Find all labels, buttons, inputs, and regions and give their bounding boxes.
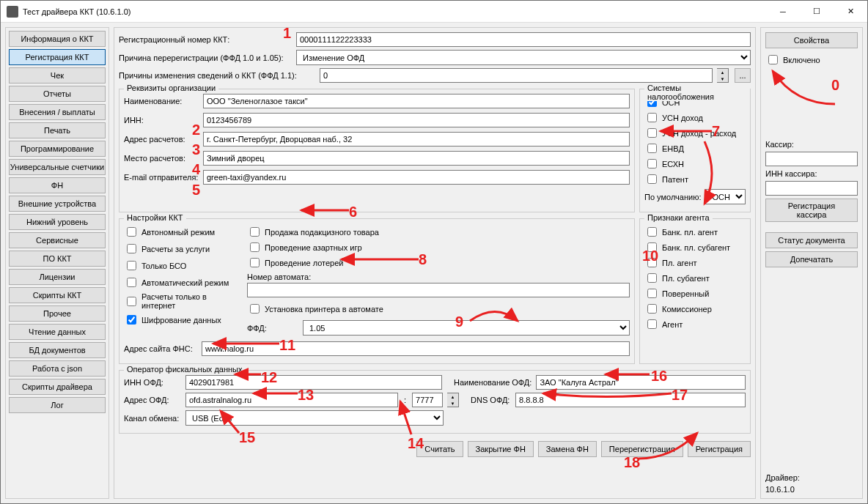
org-name-input[interactable] [203, 94, 630, 108]
tax-check-4[interactable] [647, 159, 657, 168]
nav-скрипты-драйвера[interactable]: Скрипты драйвера [9, 379, 106, 395]
doc-status-button[interactable]: Статус документа [765, 232, 858, 248]
kkt2-label-1: Проведение азартных игр [265, 243, 362, 252]
kkt1-label-5: Шифрование данных [141, 316, 221, 325]
agent-check-2[interactable] [647, 258, 657, 267]
rereg-reason-select[interactable]: Изменение ОФД [296, 50, 751, 65]
cashier-input[interactable] [765, 152, 858, 166]
action-3[interactable]: Перерегистрация [601, 441, 683, 457]
action-1[interactable]: Закрытие ФН [468, 441, 534, 457]
kkt2-label-2: Проведение лотерей [265, 259, 344, 267]
reg-number-label: Регистрационный номер ККТ: [119, 35, 292, 44]
action-2[interactable]: Замена ФН [538, 441, 597, 457]
kkt1-check-5[interactable] [127, 315, 136, 325]
kkt1-check-1[interactable] [127, 244, 136, 253]
kkt2-check-2[interactable] [250, 258, 260, 267]
fns-input[interactable] [202, 341, 630, 356]
tax-check-2[interactable] [647, 128, 657, 138]
nav-скрипты-ккт[interactable]: Скрипты ККТ [9, 287, 106, 303]
nav-печать[interactable]: Печать [9, 122, 106, 138]
action-0[interactable]: Считать [416, 441, 463, 457]
nav-внешние-устройства[interactable]: Внешние устройства [9, 196, 106, 212]
nav-чтение-данных[interactable]: Чтение данных [9, 324, 106, 340]
action-4[interactable]: Регистрация [688, 441, 751, 457]
ffd-select[interactable]: 1.05 [303, 320, 630, 336]
org-inn-label: ИНН: [124, 116, 203, 125]
ofd-port-spinner[interactable]: ▲▼ [447, 393, 459, 407]
ofd-channel-select[interactable]: USB (EoU) [185, 410, 444, 426]
ofd-inn-label: ИНН ОФД: [124, 378, 181, 387]
kkt1-check-3[interactable] [127, 278, 136, 287]
nav-сервисные[interactable]: Сервисные [9, 232, 106, 248]
changes-input[interactable] [320, 68, 713, 83]
sidebar: Информация о ККТРегистрация ККТЧекОтчеты… [5, 27, 109, 499]
ofd-inn-input[interactable] [185, 375, 442, 390]
nav-бд-документов[interactable]: БД документов [9, 342, 106, 358]
maximize-button[interactable]: ☐ [800, 1, 834, 23]
tax-check-1[interactable] [647, 113, 657, 122]
agent-check-4[interactable] [647, 289, 657, 298]
agent-check-1[interactable] [647, 242, 657, 252]
automat-input[interactable] [247, 283, 630, 297]
tax-check-5[interactable] [647, 174, 657, 184]
nav-фн[interactable]: ФН [9, 177, 106, 193]
nav-отчеты[interactable]: Отчеты [9, 86, 106, 102]
tax-check-3[interactable] [647, 144, 657, 153]
agent-check-0[interactable] [647, 227, 657, 237]
ofd-channel-label: Канал обмена: [124, 414, 181, 423]
reprint-button[interactable]: Допечатать [765, 251, 858, 267]
kkt1-check-0[interactable] [127, 227, 136, 237]
ofd-dns-input[interactable] [515, 393, 746, 407]
org-email-input[interactable] [203, 170, 630, 185]
kkt2-check-1[interactable] [250, 242, 260, 252]
org-addr-input[interactable] [203, 132, 630, 147]
nav-по-ккт[interactable]: ПО ККТ [9, 251, 106, 267]
org-addr-label: Адрес расчетов: [124, 135, 203, 144]
org-place-input[interactable] [203, 151, 630, 166]
tax-default-select[interactable]: ОСН [705, 189, 746, 204]
enabled-label: Включено [783, 56, 820, 64]
nav-работа-с-json[interactable]: Работа с json [9, 360, 106, 377]
nav-программирование[interactable]: Программирование [9, 141, 106, 157]
agent-label-6: Агент [662, 320, 683, 329]
app-icon [7, 6, 18, 18]
driver-version: 10.6.1.0 [765, 485, 858, 494]
changes-spinner[interactable]: ▲▼ [717, 68, 729, 83]
nav-лог[interactable]: Лог [9, 397, 106, 413]
kkt2-label-0: Продажа подакцизного товара [265, 228, 379, 237]
kkt1-check-4[interactable] [127, 297, 136, 306]
nav-нижний-уровень[interactable]: Нижний уровень [9, 214, 106, 230]
cashier-inn-input[interactable] [765, 181, 858, 196]
ofd-legend: Оператор фискальных данных [124, 365, 245, 374]
org-inn-input[interactable] [203, 113, 630, 127]
nav-чек[interactable]: Чек [9, 67, 106, 84]
nav-прочее[interactable]: Прочее [9, 305, 106, 322]
reg-cashier-button[interactable]: Регистрация кассира [765, 199, 858, 222]
tax-label-5: Патент [662, 175, 688, 184]
ofd-addr-input[interactable] [185, 393, 398, 407]
close-button[interactable]: ✕ [834, 1, 867, 23]
ofd-port-input[interactable] [412, 393, 443, 407]
nav-универсальные-счетчики[interactable]: Универсальные счетчики [9, 159, 106, 175]
ofd-name-input[interactable] [536, 375, 746, 390]
printer-checkbox[interactable] [250, 304, 260, 314]
org-legend: Реквизиты организации [124, 84, 218, 92]
kkt1-check-2[interactable] [127, 261, 136, 270]
tax-label-2: УСН доход - расход [662, 129, 736, 138]
minimize-button[interactable]: ─ [766, 1, 800, 23]
tax-label-4: ЕСХН [662, 160, 684, 168]
nav-информация-о-ккт[interactable]: Информация о ККТ [9, 31, 106, 47]
agent-check-5[interactable] [647, 304, 657, 314]
kkt2-check-0[interactable] [250, 227, 260, 237]
properties-button[interactable]: Свойства [765, 32, 858, 48]
agent-label-5: Комиссионер [662, 305, 712, 314]
agent-check-3[interactable] [647, 273, 657, 283]
enabled-checkbox[interactable] [768, 55, 778, 64]
reg-number-input[interactable] [296, 32, 751, 47]
nav-регистрация-ккт[interactable]: Регистрация ККТ [9, 49, 106, 65]
agent-check-6[interactable] [647, 319, 657, 329]
nav-внесения-выплаты[interactable]: Внесения / выплаты [9, 104, 106, 120]
tax-label-3: ЕНВД [662, 144, 684, 153]
changes-more-button[interactable]: ... [735, 68, 751, 83]
nav-лицензии[interactable]: Лицензии [9, 269, 106, 285]
